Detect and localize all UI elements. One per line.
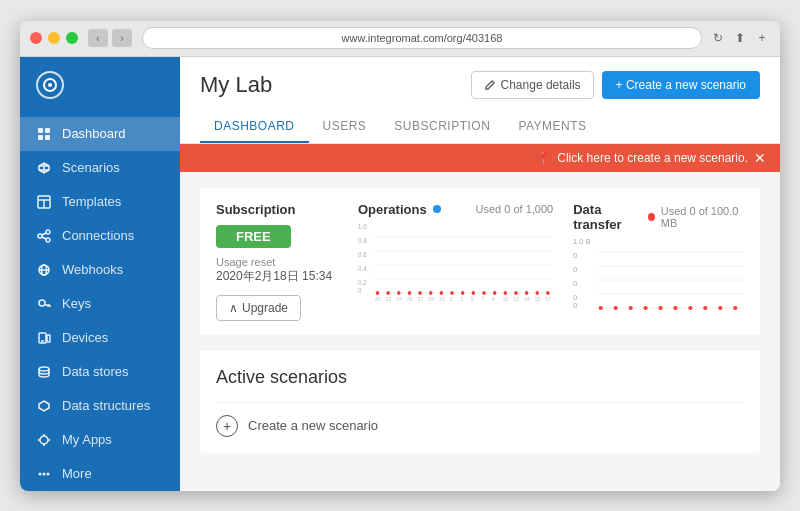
svg-rect-19: [47, 335, 50, 342]
sidebar-item-label: More: [62, 466, 92, 481]
svg-point-50: [429, 291, 433, 295]
notification-text: Click here to create a new scenario.: [557, 151, 748, 165]
svg-text:1.0: 1.0: [358, 222, 367, 229]
page-header: My Lab Change details + Create a new sce…: [180, 57, 780, 144]
svg-rect-4: [38, 135, 43, 140]
tab-payments[interactable]: PAYMENTS: [504, 111, 600, 143]
devices-icon: [36, 330, 52, 346]
sidebar-item-devices[interactable]: Devices: [20, 321, 180, 355]
stats-row: Subscription FREE Usage reset 2020年2月18日…: [200, 188, 760, 335]
tab-users[interactable]: USERS: [309, 111, 381, 143]
svg-text:31: 31: [439, 295, 445, 300]
dt-chart: 1.0 B 0 0 0 0 0: [573, 236, 744, 316]
banner-close-button[interactable]: ✕: [754, 150, 766, 166]
svg-point-47: [397, 291, 401, 295]
subscription-plan-badge: FREE: [216, 225, 291, 248]
sidebar-item-label: Connections: [62, 228, 134, 243]
sidebar-item-more[interactable]: More: [20, 457, 180, 491]
dt-title: Data transfer: [573, 202, 642, 232]
active-scenarios-section: Active scenarios + Create a new scenario: [200, 351, 760, 453]
svg-line-12: [42, 233, 46, 235]
sidebar-item-templates[interactable]: Templates: [20, 185, 180, 219]
svg-text:29: 29: [428, 295, 434, 300]
svg-text:0: 0: [573, 265, 577, 274]
tab-dashboard[interactable]: DASHBOARD: [200, 111, 309, 143]
tab-label: USERS: [323, 119, 367, 133]
sidebar-item-webhooks[interactable]: Webhooks: [20, 253, 180, 287]
dt-dot: [648, 213, 655, 221]
svg-point-99: [733, 306, 737, 310]
svg-text:0.8: 0.8: [358, 236, 367, 243]
create-scenario-button[interactable]: + Create a new scenario: [602, 71, 760, 99]
sidebar-item-label: Devices: [62, 330, 108, 345]
sidebar-item-keys[interactable]: Keys: [20, 287, 180, 321]
data-transfer-section: Data transfer Used 0 of 100.0 MB 1.0 B 0…: [553, 202, 744, 316]
svg-point-59: [525, 291, 529, 295]
change-details-label: Change details: [501, 78, 581, 92]
svg-point-1: [48, 83, 52, 87]
dt-chart-svg: 1.0 B 0 0 0 0 0: [573, 236, 744, 316]
svg-text:20: 20: [375, 295, 381, 300]
svg-point-53: [461, 291, 465, 295]
titlebar: ‹ › www.integromat.com/org/403168 ↻ ⬆ +: [20, 21, 780, 57]
svg-point-57: [504, 291, 508, 295]
minimize-button[interactable]: [48, 32, 60, 44]
svg-point-60: [535, 291, 539, 295]
address-bar[interactable]: www.integromat.com/org/403168: [142, 27, 702, 49]
create-new-scenario-row[interactable]: + Create a new scenario: [216, 415, 744, 437]
operations-section: Operations Used 0 of 1,000 1.0 0.8 0.6 0…: [338, 202, 553, 301]
fullscreen-button[interactable]: [66, 32, 78, 44]
close-button[interactable]: [30, 32, 42, 44]
upgrade-button[interactable]: ∧ Upgrade: [216, 295, 301, 321]
svg-point-96: [688, 306, 692, 310]
upload-icon[interactable]: ⬆: [732, 30, 748, 46]
sidebar-item-data-structures[interactable]: Data structures: [20, 389, 180, 423]
app-logo[interactable]: [36, 71, 64, 99]
scenarios-title: Active scenarios: [216, 367, 744, 388]
svg-marker-22: [39, 401, 49, 411]
tab-label: DASHBOARD: [214, 119, 295, 133]
svg-point-95: [674, 306, 678, 310]
url-text: www.integromat.com/org/403168: [342, 32, 503, 44]
svg-point-51: [440, 291, 444, 295]
data-stores-icon: [36, 364, 52, 380]
svg-point-52: [450, 291, 454, 295]
tab-label: SUBSCRIPTION: [394, 119, 490, 133]
svg-point-90: [599, 306, 603, 310]
connections-icon: [36, 228, 52, 244]
tab-label: PAYMENTS: [518, 119, 586, 133]
sidebar-item-connections[interactable]: Connections: [20, 219, 180, 253]
main-content: My Lab Change details + Create a new sce…: [180, 57, 780, 491]
scenarios-divider: [216, 402, 744, 403]
sidebar-item-label: My Apps: [62, 432, 112, 447]
tab-subscription[interactable]: SUBSCRIPTION: [380, 111, 504, 143]
svg-point-49: [418, 291, 422, 295]
svg-text:5: 5: [471, 295, 474, 300]
svg-point-92: [629, 306, 633, 310]
notification-banner[interactable]: 📍 Click here to create a new scenario. ✕: [180, 144, 780, 172]
subscription-section: Subscription FREE Usage reset 2020年2月18日…: [216, 202, 338, 321]
sidebar-item-data-stores[interactable]: Data stores: [20, 355, 180, 389]
create-scenario-label: + Create a new scenario: [616, 78, 746, 92]
ops-used: Used 0 of 1,000: [476, 203, 554, 215]
more-icon: [36, 466, 52, 482]
svg-point-21: [39, 367, 49, 371]
nav-buttons: ‹ ›: [88, 29, 132, 47]
svg-point-48: [408, 291, 412, 295]
dashboard-content: Subscription FREE Usage reset 2020年2月18日…: [180, 172, 780, 491]
change-details-button[interactable]: Change details: [471, 71, 594, 99]
sidebar-item-scenarios[interactable]: Scenarios: [20, 151, 180, 185]
svg-text:3: 3: [460, 295, 463, 300]
svg-text:15: 15: [535, 295, 541, 300]
svg-text:0: 0: [573, 279, 577, 288]
sidebar-item-dashboard[interactable]: Dashboard: [20, 117, 180, 151]
back-button[interactable]: ‹: [88, 29, 108, 47]
add-tab-icon[interactable]: +: [754, 30, 770, 46]
forward-button[interactable]: ›: [112, 29, 132, 47]
svg-text:27: 27: [417, 295, 423, 300]
sidebar-item-my-apps[interactable]: My Apps: [20, 423, 180, 457]
svg-text:0.4: 0.4: [358, 264, 367, 271]
svg-point-17: [39, 300, 45, 306]
refresh-icon[interactable]: ↻: [710, 30, 726, 46]
chevron-up-icon: ∧: [229, 301, 238, 315]
